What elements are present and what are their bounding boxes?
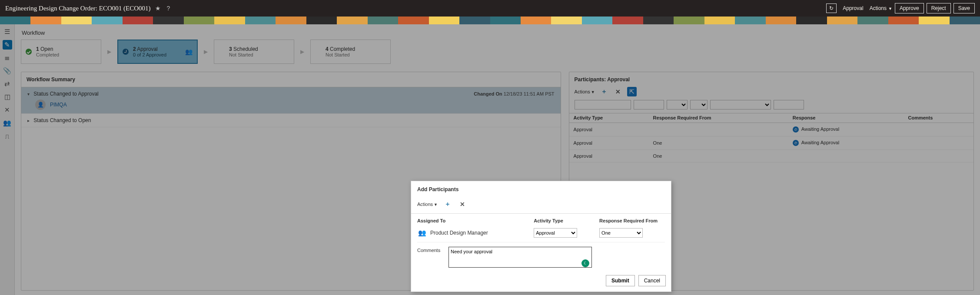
add-participants-modal: Add Participants Actions▼ ＋ ✕ Assigned T… <box>411 181 671 292</box>
response-required-select[interactable]: One <box>599 228 643 238</box>
comments-label: Comments <box>417 247 444 253</box>
assignee-name: Product Design Manager <box>430 230 488 236</box>
modal-col-response-required-from: Response Required From <box>599 218 665 224</box>
submit-button[interactable]: Submit <box>606 275 635 286</box>
modal-add-icon[interactable]: ＋ <box>443 199 452 209</box>
reject-button[interactable]: Reject <box>927 3 951 13</box>
comments-textarea[interactable] <box>448 247 592 268</box>
help-icon[interactable]: ? <box>167 5 170 12</box>
activity-type-select[interactable]: Approval <box>534 228 577 238</box>
page-title: Engineering Design Change Order: ECO001 … <box>5 5 151 12</box>
save-button[interactable]: Save <box>953 3 975 13</box>
approve-button[interactable]: Approve <box>895 3 924 13</box>
modal-title: Add Participants <box>411 181 671 198</box>
modal-col-activity-type: Activity Type <box>534 218 599 224</box>
actions-menu[interactable]: Actions▼ <box>870 5 892 11</box>
page-header: Engineering Design Change Order: ECO001 … <box>0 0 980 17</box>
modal-participant-row: 👥 Product Design Manager Approval One <box>417 228 665 238</box>
loading-spinner-icon: ☾ <box>581 259 589 267</box>
favorite-star-icon[interactable]: ★ <box>155 5 161 12</box>
decorative-strip <box>0 17 980 24</box>
modal-actions-menu[interactable]: Actions▼ <box>417 202 438 207</box>
modal-remove-icon[interactable]: ✕ <box>458 199 467 209</box>
approval-link[interactable]: Approval <box>843 5 863 11</box>
history-icon-button[interactable]: ↻ <box>826 3 837 13</box>
modal-col-assigned-to: Assigned To <box>417 218 534 224</box>
group-icon: 👥 <box>417 229 427 237</box>
cancel-button[interactable]: Cancel <box>638 275 666 286</box>
